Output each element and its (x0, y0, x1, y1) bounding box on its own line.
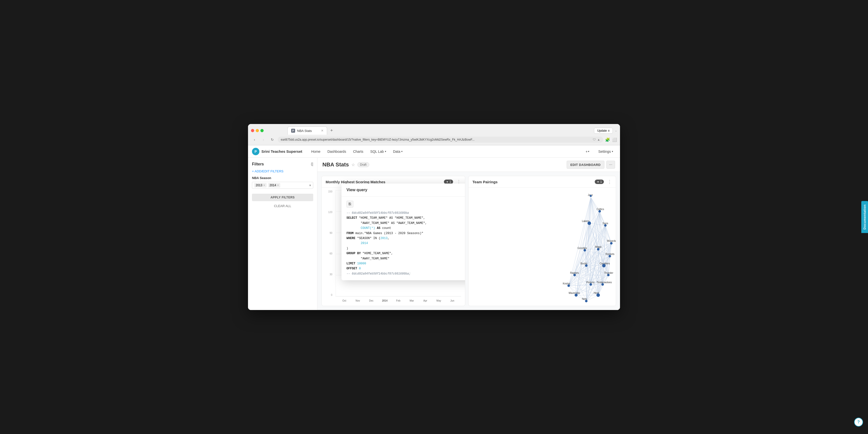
sidebar-header: Filters ⟨| (252, 162, 313, 166)
browser-chrome: P NBA Stats × + Update ≡ ⌄ ‹ › ↻ (248, 124, 620, 145)
sql-line-13: -- 6dcd92a04feb50f14bbcf07c661680ba; (346, 271, 465, 276)
sql-lab-dropdown-icon: ▾ (385, 150, 386, 153)
nba-season-filter: NBA Season 2013 × 2014 × ▾ (252, 176, 313, 189)
minimize-window-btn[interactable] (256, 129, 259, 132)
tab-favicon: P (291, 129, 295, 133)
edit-dashboard-btn[interactable]: EDIT DASHBOARD (567, 161, 604, 168)
node-rockets (609, 255, 611, 257)
app-nav: P Srini Teaches Superset Home Dashboards… (248, 145, 620, 158)
filter-icon-right: ▼ (597, 181, 599, 183)
address-bar[interactable]: ea4875dd.us2a.app.preset.io/superset/das… (278, 137, 603, 143)
sql-line-10: "AWAY_TEAM_NAME" (346, 256, 465, 261)
maximize-window-btn[interactable] (260, 129, 264, 132)
node-suns (604, 224, 607, 227)
reload-btn[interactable]: ↻ (269, 136, 276, 143)
update-btn[interactable]: Update ≡ (594, 128, 613, 134)
sql-line-12: OFFSET 0 (346, 266, 465, 271)
node-thunder (607, 274, 610, 276)
plus-dropdown-icon: ▾ (588, 150, 589, 153)
nav-dashboards[interactable]: Dashboards (324, 148, 349, 155)
tab-close-btn[interactable]: × (321, 129, 323, 133)
apply-filters-btn[interactable]: APPLY FILTERS (252, 194, 313, 201)
modal-body: ⎘ -- 6dcd92a04feb50f14bbcf07c661680ba SE… (341, 197, 465, 280)
svg-line-83 (569, 250, 585, 286)
nav-settings-btn[interactable]: Settings ▾ (595, 148, 616, 155)
filter-tag-2013-close[interactable]: × (264, 184, 265, 187)
address-text: ea4875dd.us2a.app.preset.io/superset/das… (281, 138, 591, 142)
draft-badge: Draft (358, 162, 369, 167)
help-btn[interactable]: ? (854, 417, 863, 427)
nav-sql-lab[interactable]: SQL Lab ▾ (367, 148, 389, 155)
dashboard-title: NBA Stats (322, 161, 349, 168)
node-grizzlies (584, 249, 586, 251)
settings-dropdown-icon: ▾ (612, 150, 613, 153)
nba-season-multiselect[interactable]: 2013 × 2014 × ▾ (252, 182, 313, 189)
sql-line-8: ) (346, 246, 465, 251)
more-options-btn[interactable]: ··· (607, 161, 615, 168)
org-name: Srini Teaches Superset (261, 149, 302, 154)
traffic-lights (251, 129, 264, 132)
sql-line-7: 2014 (346, 241, 465, 246)
node-wizards (610, 242, 613, 245)
extensions-icon[interactable]: 🧩 (605, 137, 610, 142)
sidebar-collapse-btn[interactable]: ⟨| (311, 162, 313, 166)
clear-all-btn[interactable]: CLEAR ALL (252, 204, 313, 208)
update-dropdown-icon: ≡ (608, 129, 610, 132)
node-bucks (585, 265, 588, 267)
node-knicks (567, 284, 570, 287)
new-tab-btn[interactable]: + (328, 127, 335, 134)
active-browser-tab[interactable]: P NBA Stats × (287, 126, 327, 135)
close-window-btn[interactable] (251, 129, 254, 132)
filter-tag-2013[interactable]: 2013 × (254, 183, 267, 187)
add-edit-filters-btn[interactable]: + ADD/EDIT FILTERS (252, 169, 313, 173)
filter-tag-2014[interactable]: 2014 × (268, 183, 280, 187)
node-mavericks (575, 293, 578, 297)
tab-title: NBA Stats (297, 129, 312, 133)
charts-area: Monthly Highest Scoring Matches ▼ 1 ⋮ (317, 172, 620, 310)
nav-home[interactable]: Home (308, 148, 323, 155)
sql-line-9: GROUP BY "HOME_TEAM_NAME", (346, 251, 465, 256)
modal-title: View query (346, 188, 367, 192)
dashboard-header: NBA Stats ☆ Draft EDIT DASHBOARD ··· (317, 158, 620, 172)
node-raptors (574, 274, 576, 276)
nav-plus-btn[interactable]: + ▾ (583, 148, 592, 155)
browser-menu[interactable]: ⌄ (615, 129, 617, 132)
documentation-tab[interactable]: Documentation (861, 201, 868, 233)
sql-line-2: SELECT "HOME_TEAM_NAME" AS "HOME_TEAM_NA… (346, 216, 465, 220)
svg-line-58 (569, 225, 606, 286)
sql-line-6: WHERE "SEASON" IN (2013, (346, 236, 465, 241)
shield-icon: 🛡 (593, 138, 596, 142)
svg-line-46 (576, 223, 589, 295)
sidebar-title: Filters (252, 162, 264, 166)
sql-line-5: FROM main."NBA Games (2013 - 2020 Season… (346, 231, 465, 236)
node-cavaliers (602, 264, 606, 267)
chart-badge-right: ▼ 1 (595, 180, 604, 184)
sql-line-11: LIMIT 10000 (346, 261, 465, 266)
chart-body-right: Jazz Celtics Lakers Suns Wizards (468, 188, 616, 306)
node-label-celtics: Celtics (597, 208, 604, 211)
node-timberwolves (601, 283, 604, 286)
nav-charts[interactable]: Charts (350, 148, 366, 155)
star-icon[interactable]: ☆ (351, 162, 355, 167)
node-pistons (589, 283, 592, 286)
network-lines-svg (468, 188, 616, 306)
sql-line-4: COUNT(*) AS count (346, 226, 465, 230)
node-heat (596, 293, 600, 297)
svg-line-113 (569, 266, 586, 286)
filter-tag-2014-close[interactable]: × (277, 184, 279, 187)
sql-line-1: -- 6dcd92a04feb50f14bbcf07c661680ba (346, 211, 465, 216)
svg-line-151 (586, 295, 598, 301)
app-logo: P Srini Teaches Superset (252, 148, 302, 155)
forward-btn[interactable]: › (260, 136, 267, 143)
modal-header: View query × (341, 184, 465, 197)
logo-icon: P (252, 148, 259, 155)
app-container: P Srini Teaches Superset Home Dashboards… (248, 145, 620, 310)
view-query-modal: View query × ⎘ -- 6dcd92a04feb50f14bbcf0… (341, 184, 465, 280)
copy-query-btn[interactable]: ⎘ (346, 200, 353, 208)
node-celtics (598, 210, 601, 213)
back-btn[interactable]: ‹ (251, 136, 258, 143)
chart-menu-right[interactable]: ⋮ (607, 179, 612, 185)
node-jazz (590, 195, 592, 197)
profile-icon[interactable]: ⬜ (612, 137, 617, 142)
nav-data[interactable]: Data ▾ (390, 148, 406, 155)
